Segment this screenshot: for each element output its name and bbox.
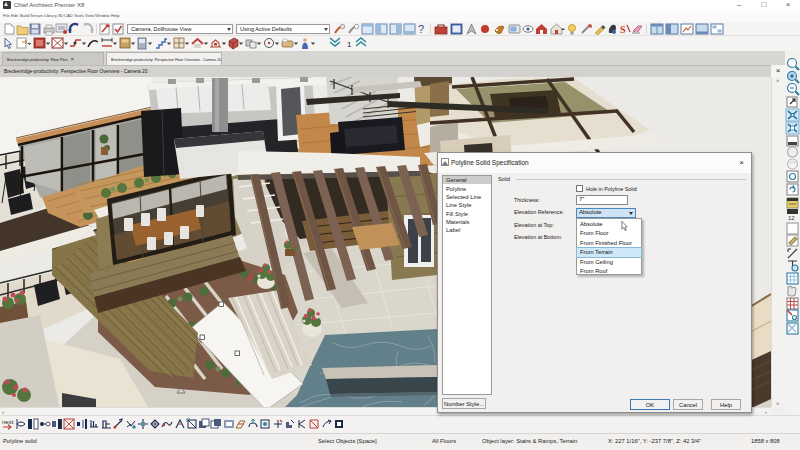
svg-text:12: 12: [788, 215, 795, 221]
svg-text:S: S: [620, 24, 626, 35]
svg-text:1: 1: [347, 40, 352, 49]
svg-text:next: next: [2, 419, 14, 425]
svg-text:?: ?: [418, 23, 424, 35]
